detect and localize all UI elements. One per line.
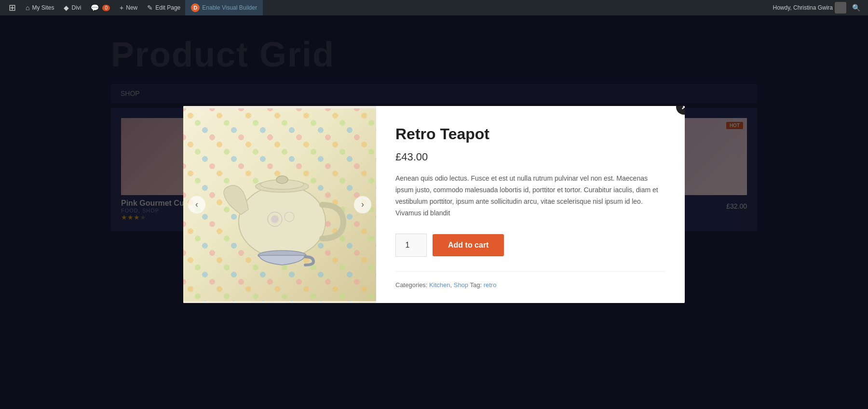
plus-icon: + [120,4,123,12]
tag-label: Tag: [470,281,482,289]
search-icon[interactable]: 🔍 [848,4,864,12]
modal-add-section: Add to cart [395,234,665,257]
modal-description: Aenean quis odio lectus. Fusce et est ut… [395,173,665,219]
category-shop-link[interactable]: Shop [454,281,468,289]
divi-icon: ◆ [64,4,69,12]
modal-divider [395,271,665,272]
divi-label: Divi [71,4,81,11]
svg-point-0 [239,185,326,258]
carousel-prev-button[interactable]: ‹ [188,196,205,213]
modal-product-name: Retro Teapot [395,125,665,143]
divi-d-icon: D [191,3,200,12]
teapot-image [183,108,376,301]
categories-label: Categories: [395,281,427,289]
svg-point-3 [276,176,288,184]
comment-count: 0 [102,5,110,11]
my-sites-label: My Sites [32,4,54,11]
new-item[interactable]: + New [115,0,142,15]
admin-bar: ⊞ ⌂ My Sites ◆ Divi 💬 0 + New ✎ Edit Pag… [0,0,868,15]
tag-retro-link[interactable]: retro [484,281,497,289]
my-sites-item[interactable]: ⌂ My Sites [21,0,59,15]
modal-info-section: Retro Teapot £43.00 Aenean quis odio lec… [376,106,685,303]
admin-bar-right: Howdy, Christina Gwira 🔍 [773,2,864,13]
enable-visual-builder-button[interactable]: D Enable Visual Builder [185,0,263,15]
user-avatar [835,2,846,13]
modal-image-section: ‹ › [183,106,376,303]
wp-icon: ⊞ [9,2,16,13]
add-to-cart-button[interactable]: Add to cart [433,234,504,256]
modal-overlay[interactable]: ✕ [0,0,868,409]
comments-item[interactable]: 💬 0 [86,0,115,15]
category-kitchen-link[interactable]: Kitchen [429,281,450,289]
quantity-input[interactable] [395,234,427,257]
svg-point-5 [271,215,279,223]
user-greeting: Howdy, Christina Gwira [773,4,833,11]
enable-visual-builder-label: Enable Visual Builder [202,4,257,11]
teapot-svg [212,142,347,267]
new-label: New [126,4,137,11]
home-icon: ⌂ [26,4,29,12]
wp-logo-item[interactable]: ⊞ [4,0,21,15]
divi-item[interactable]: ◆ Divi [59,0,86,15]
modal-meta: Categories: Kitchen, Shop Tag: retro [395,281,665,289]
comment-icon: 💬 [91,4,99,12]
edit-icon: ✎ [147,4,153,12]
carousel-next-button[interactable]: › [354,196,371,213]
edit-page-label: Edit Page [155,4,180,11]
edit-page-item[interactable]: ✎ Edit Page [142,0,185,15]
modal-price: £43.00 [395,151,665,163]
product-modal: ✕ [183,106,685,303]
